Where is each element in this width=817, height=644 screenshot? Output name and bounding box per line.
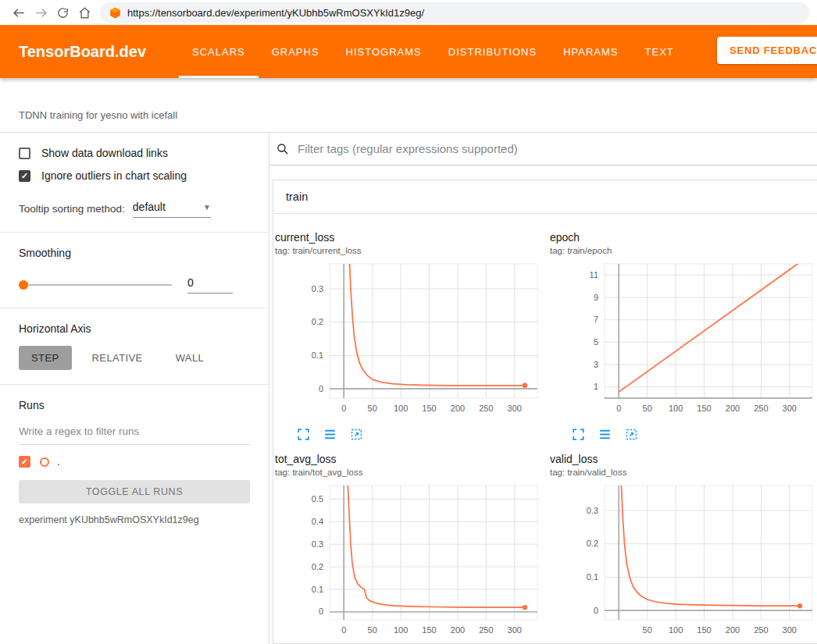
- fullscreen-icon[interactable]: [295, 426, 311, 442]
- experiment-bar: TDNN training for yesno with icefall: [0, 78, 817, 133]
- svg-text:0: 0: [319, 607, 323, 616]
- toggle-all-runs-button[interactable]: TOGGLE ALL RUNS: [19, 480, 250, 503]
- browser-toolbar: https://tensorboard.dev/experiment/yKUbh…: [0, 0, 817, 25]
- svg-text:3: 3: [594, 360, 598, 369]
- svg-text:300: 300: [508, 625, 522, 635]
- smoothing-value[interactable]: 0: [187, 276, 233, 294]
- tab-hparams[interactable]: HPARAMS: [550, 25, 631, 78]
- ignore-outliers-row[interactable]: ✓ Ignore outliers in chart scaling: [19, 169, 250, 182]
- chart-plot[interactable]: 05010015020025030000.10.20.30.40.5: [275, 481, 550, 643]
- back-icon[interactable]: [8, 2, 30, 23]
- tag-filter-input[interactable]: [298, 142, 817, 155]
- chart-card-epoch: epoch tag: train/epoch 05010015020025030…: [550, 231, 817, 442]
- run-color-swatch: [40, 457, 49, 467]
- ignore-outliers-checkbox[interactable]: ✓: [19, 170, 30, 182]
- general-settings-section: ✓ Show data download links ✓ Ignore outl…: [0, 133, 269, 233]
- svg-text:0.2: 0.2: [312, 317, 323, 326]
- slider-thumb[interactable]: [19, 280, 28, 290]
- run-row[interactable]: ✓ .: [19, 456, 250, 468]
- show-download-row[interactable]: ✓ Show data download links: [19, 147, 250, 159]
- experiment-title: TDNN training for yesno with icefall: [19, 109, 177, 121]
- axis-relative-button[interactable]: RELATIVE: [80, 346, 155, 370]
- chart-plot[interactable]: 5010015020025030000.10.20.3: [550, 481, 817, 643]
- chart-title: epoch: [550, 231, 817, 244]
- svg-text:50: 50: [643, 625, 652, 635]
- svg-text:300: 300: [783, 625, 797, 635]
- toggle-y-axis-icon[interactable]: [322, 426, 337, 442]
- chart-canvas: 5010015020025030000.10.20.3: [550, 481, 817, 640]
- fit-domain-icon[interactable]: [348, 426, 364, 442]
- send-feedback-button[interactable]: SEND FEEDBACK: [717, 37, 817, 64]
- fit-domain-icon[interactable]: [623, 426, 639, 442]
- svg-text:7: 7: [594, 315, 598, 324]
- tooltip-sorting-label: Tooltip sorting method:: [19, 203, 125, 215]
- chart-plot[interactable]: 0501001502002503001357911: [550, 259, 817, 422]
- svg-text:1: 1: [594, 382, 598, 391]
- chart-title: current_loss: [275, 231, 550, 244]
- smoothing-section: Smoothing 0: [0, 233, 269, 308]
- tensorboard-logo: TensorBoard.dev: [19, 43, 146, 61]
- svg-text:0.2: 0.2: [312, 562, 323, 571]
- fullscreen-icon[interactable]: [570, 426, 586, 442]
- reload-icon[interactable]: [52, 2, 73, 23]
- runs-filter-input[interactable]: [19, 421, 250, 445]
- run-checkbox[interactable]: ✓: [19, 456, 30, 468]
- svg-text:0.3: 0.3: [312, 284, 323, 294]
- chart-title: valid_loss: [550, 453, 817, 465]
- toggle-y-axis-icon[interactable]: [597, 426, 612, 442]
- svg-text:9: 9: [594, 293, 598, 302]
- experiment-caption: experiment yKUbhb5wRmOSXYkId1z9eg: [19, 514, 250, 525]
- svg-text:50: 50: [643, 404, 652, 413]
- svg-text:100: 100: [669, 404, 683, 413]
- svg-text:0: 0: [594, 606, 598, 615]
- chart-toolbar: [295, 426, 550, 442]
- svg-text:0.4: 0.4: [312, 517, 323, 526]
- nav-tabs: SCALARS GRAPHS HISTOGRAMS DISTRIBUTIONS …: [179, 25, 687, 78]
- svg-text:250: 250: [754, 625, 768, 635]
- svg-text:150: 150: [422, 404, 436, 413]
- svg-text:0.3: 0.3: [587, 506, 598, 515]
- svg-text:0.1: 0.1: [312, 585, 323, 594]
- svg-text:0: 0: [319, 384, 323, 393]
- show-download-checkbox[interactable]: ✓: [19, 148, 30, 159]
- axis-step-button[interactable]: STEP: [19, 346, 72, 370]
- chart-plot[interactable]: 05010015020025030000.10.20.3: [275, 259, 550, 422]
- svg-text:100: 100: [394, 404, 408, 413]
- svg-text:250: 250: [754, 404, 768, 413]
- search-icon: [276, 142, 290, 156]
- svg-text:250: 250: [479, 625, 493, 635]
- slider-track[interactable]: [19, 284, 172, 286]
- tooltip-sorting-select[interactable]: default ▼: [133, 199, 211, 218]
- chart-card-valid-loss: valid_loss tag: train/valid_loss 5010015…: [550, 453, 817, 644]
- tab-scalars[interactable]: SCALARS: [179, 25, 259, 78]
- svg-text:0.1: 0.1: [587, 572, 598, 582]
- show-download-label: Show data download links: [41, 147, 168, 159]
- svg-text:5: 5: [594, 337, 598, 347]
- axis-wall-button[interactable]: WALL: [163, 346, 217, 370]
- tab-text[interactable]: TEXT: [632, 25, 687, 78]
- chart-canvas: 05010015020025030000.10.20.30.40.5: [275, 481, 544, 640]
- smoothing-slider[interactable]: [19, 280, 172, 290]
- settings-sidebar: ✓ Show data download links ✓ Ignore outl…: [0, 133, 269, 644]
- forward-icon[interactable]: [30, 2, 52, 23]
- svg-text:200: 200: [451, 625, 465, 635]
- tab-histograms[interactable]: HISTOGRAMS: [333, 25, 435, 78]
- home-icon[interactable]: [73, 2, 95, 23]
- svg-text:11: 11: [590, 270, 598, 279]
- chart-tag: tag: train/current_loss: [275, 245, 550, 256]
- horizontal-axis-section: Horizontal Axis STEP RELATIVE WALL: [0, 308, 269, 385]
- tab-graphs[interactable]: GRAPHS: [259, 25, 333, 78]
- tab-distributions[interactable]: DISTRIBUTIONS: [435, 25, 550, 78]
- chart-canvas: 0501001502002503001357911: [550, 259, 817, 418]
- runs-label: Runs: [19, 399, 250, 411]
- svg-text:100: 100: [669, 625, 683, 635]
- check-icon: ✓: [21, 172, 28, 180]
- charts-grid: current_loss tag: train/current_loss 050…: [273, 214, 817, 644]
- svg-text:250: 250: [479, 404, 493, 413]
- address-bar[interactable]: https://tensorboard.dev/experiment/yKUbh…: [100, 2, 809, 23]
- train-section-header[interactable]: train: [273, 180, 817, 214]
- tensorboard-favicon: [109, 7, 121, 19]
- svg-text:0.1: 0.1: [312, 350, 323, 360]
- chart-card-current-loss: current_loss tag: train/current_loss 050…: [275, 231, 550, 442]
- svg-text:0.5: 0.5: [312, 494, 323, 503]
